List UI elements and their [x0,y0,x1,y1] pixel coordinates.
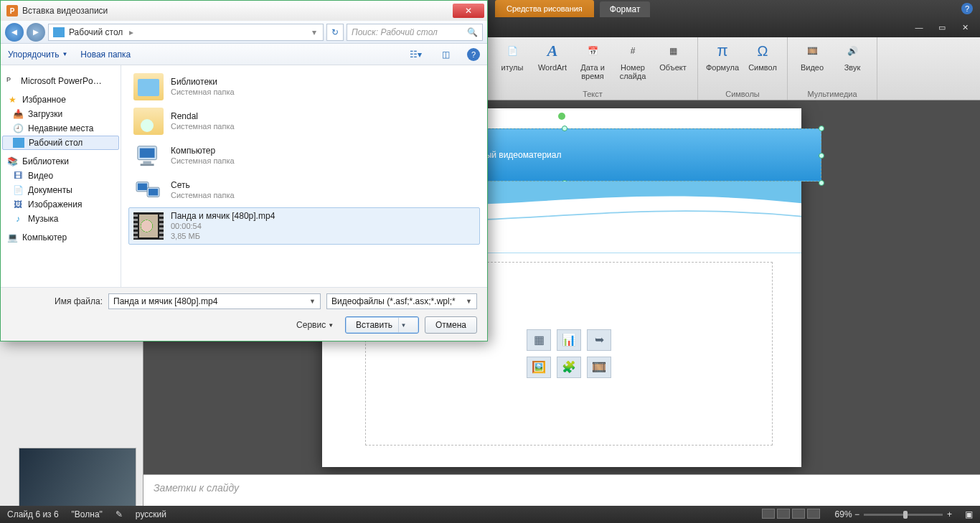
filename-input[interactable]: Панда и мячик [480p].mp4▼ [108,293,321,309]
insert-video-dialog: P Вставка видеозаписи ✕ ◄ ► Рабочий стол… [0,0,488,341]
titles-icon: 📄 [501,40,523,62]
spellcheck-icon[interactable]: ✎ [116,509,123,519]
tree-libraries[interactable]: 📚Библиотеки [2,154,119,169]
placeholder-icons: ▦ 📊 ➥ 🖼️ 🧩 🎞️ [527,329,611,378]
file-list[interactable]: БиблиотекиСистемная папка RendalСистемна… [121,65,487,287]
wordart-icon: A [542,40,563,62]
insert-split-icon: ▼ [398,317,408,333]
slidenum-icon: # [622,40,644,62]
svg-rect-1 [140,149,155,158]
chevron-down-icon: ▼ [466,298,472,305]
nav-back-button[interactable]: ◄ [5,23,24,42]
nav-forward-button[interactable]: ► [27,23,45,42]
cancel-button[interactable]: Отмена [425,316,477,334]
notes-pane[interactable]: Заметки к слайду [143,474,980,506]
chevron-down-icon: ▼ [309,298,316,305]
object-icon: ▦ [662,40,684,62]
symbol-icon: Ω [752,40,773,62]
insert-video-button[interactable]: 🎞️Видео [795,40,829,72]
preview-pane-button[interactable]: ◫ [437,47,454,62]
refresh-button[interactable]: ↻ [326,24,344,41]
dialog-footer: Имя файла: Панда и мячик [480p].mp4▼ Вид… [1,287,487,341]
dialog-nav-bar: ◄ ► Рабочий стол ▸ ▾ ↻ Поиск: Рабочий ст… [1,21,487,44]
libraries-folder-icon [133,73,164,100]
dialog-help-icon[interactable]: ? [467,48,480,61]
video-file-icon [133,212,164,240]
ribbon-help-icon[interactable]: ? [961,3,973,14]
tree-downloads[interactable]: 📥Загрузки [2,107,119,121]
status-language[interactable]: русский [136,509,166,519]
tree-powerpoint[interactable]: PMicrosoft PowerPo… [2,74,119,88]
ribbon-group-symbols: πФормула ΩСимвол Символы [698,37,788,100]
insert-media-icon[interactable]: 🎞️ [587,357,611,378]
dialog-titlebar[interactable]: P Вставка видеозаписи ✕ [1,1,487,21]
insert-clipart-icon[interactable]: 🧩 [557,357,581,378]
slide-thumb-5[interactable] [6,448,137,506]
tab-format[interactable]: Формат [600,1,651,17]
wordart-button[interactable]: AWordArt [535,40,570,72]
tools-menu[interactable]: Сервис▼ [296,320,334,330]
insert-table-icon[interactable]: ▦ [527,329,551,351]
tree-music[interactable]: ♪Музыка [2,212,119,226]
fit-to-window-icon[interactable]: ▣ [965,509,973,519]
dialog-title: Вставка видеозаписи [22,6,108,16]
video-icon: 🎞️ [801,40,823,62]
search-input[interactable]: Поиск: Рабочий стол 🔍 [347,24,483,41]
desktop-icon [53,27,65,37]
list-item[interactable]: СетьСистемная папка [128,173,480,207]
tree-recent[interactable]: 🕘Недавние места [2,121,119,136]
status-theme: "Волна" [72,509,103,519]
view-buttons[interactable] [762,509,822,521]
insert-button[interactable]: Вставить▼ [345,316,419,334]
close-icon[interactable]: ✕ [954,21,976,34]
filetype-filter[interactable]: Видеофайлы (*.asf;*.asx;*.wpl;*▼ [326,293,477,309]
maximize-icon[interactable]: ▭ [931,21,953,34]
svg-rect-5 [138,184,147,190]
insert-smartart-icon[interactable]: ➥ [587,329,611,351]
audio-icon: 🔊 [842,40,863,62]
list-item[interactable]: КомпьютерСистемная папка [128,138,480,173]
dialog-close-button[interactable]: ✕ [453,4,484,18]
filename-label: Имя файла: [11,296,103,306]
object-button[interactable]: ▦Объект [656,40,690,72]
tree-videos[interactable]: 🎞Видео [2,169,119,183]
datetime-button[interactable]: 📅Дата и время [575,40,610,80]
tree-images[interactable]: 🖼Изображения [2,197,119,212]
chevron-down-icon[interactable]: ▾ [310,27,319,37]
status-slide-index: Слайд 6 из 6 [7,509,59,519]
network-icon [133,176,164,204]
user-folder-icon [133,108,164,135]
tree-computer[interactable]: 💻Компьютер [2,230,119,245]
insert-audio-button[interactable]: 🔊Звук [835,40,870,72]
new-folder-button[interactable]: Новая папка [80,50,131,60]
search-icon: 🔍 [467,27,478,37]
organize-menu[interactable]: Упорядочить▼ [8,50,67,60]
titles-button[interactable]: 📄итулы [495,40,529,72]
status-bar: Слайд 6 из 6 "Волна" ✎ русский 69% −+ ▣ [0,506,980,523]
slidenumber-button[interactable]: #Номер слайда [616,40,650,80]
rotate-handle-icon[interactable] [558,113,565,120]
chevron-right-icon[interactable]: ▸ [127,27,136,37]
folder-tree[interactable]: PMicrosoft PowerPo… ★Избранное 📥Загрузки… [1,65,121,287]
equation-button[interactable]: πФормула [705,40,740,72]
powerpoint-icon: P [6,5,18,17]
dialog-body: PMicrosoft PowerPo… ★Избранное 📥Загрузки… [1,65,487,287]
insert-chart-icon[interactable]: 📊 [557,329,581,351]
contextual-tab-group: Средства рисования [495,0,594,17]
insert-picture-icon[interactable]: 🖼️ [527,357,551,378]
list-item[interactable]: Панда и мячик [480p].mp4 00:00:54 3,85 М… [128,207,480,245]
symbol-button[interactable]: ΩСимвол [745,40,780,72]
breadcrumb[interactable]: Рабочий стол ▸ ▾ [48,24,324,41]
ribbon-group-label: Символы [725,88,760,98]
svg-rect-3 [141,164,154,166]
tree-favorites[interactable]: ★Избранное [2,93,119,107]
list-item[interactable]: RendalСистемная папка [128,104,480,138]
list-item[interactable]: БиблиотекиСистемная папка [128,70,480,104]
minimize-icon[interactable]: — [908,21,930,34]
svg-rect-7 [149,189,158,195]
equation-icon: π [712,40,733,62]
tree-desktop[interactable]: .Рабочий стол [2,136,119,150]
tree-documents[interactable]: 📄Документы [2,183,119,197]
view-mode-button[interactable]: ☷▾ [407,47,424,62]
zoom-slider[interactable]: 69% −+ [835,509,952,519]
